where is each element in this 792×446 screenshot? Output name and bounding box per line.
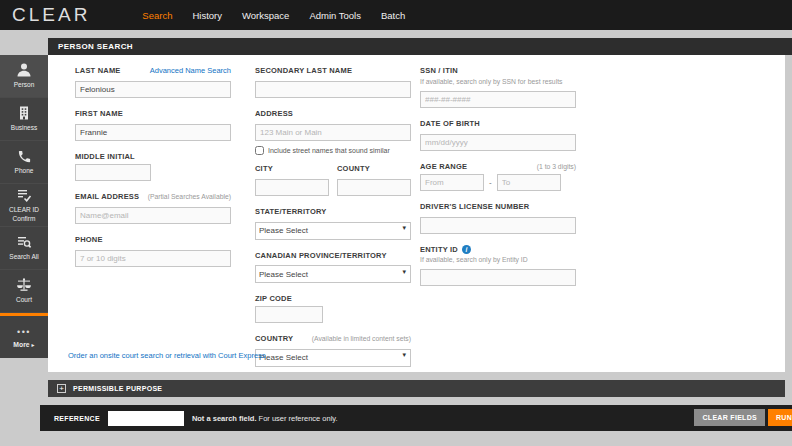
top-navigation-bar: CLEAR Search History Workspace Admin Too…: [0, 0, 792, 30]
zip-code-input[interactable]: [255, 306, 323, 323]
page-title-bar: PERSON SEARCH: [48, 38, 792, 55]
info-icon[interactable]: i: [462, 245, 471, 254]
address-label: ADDRESS: [255, 109, 293, 118]
middle-initial-field-group: MIDDLE INITIAL: [75, 152, 231, 181]
reference-input[interactable]: [108, 411, 184, 426]
drivers-license-field-group: DRIVER'S LICENSE NUMBER: [420, 202, 576, 234]
reference-note: Not a search field. For user reference o…: [192, 414, 338, 423]
state-label: STATE/TERRITORY: [255, 207, 326, 216]
clear-id-confirm-icon: [16, 187, 32, 203]
age-range-label: AGE RANGE: [420, 162, 467, 171]
email-field-group: EMAIL ADDRESS (Partial Searches Availabl…: [75, 192, 231, 224]
age-range-field-group: AGE RANGE (1 to 3 digits) -: [420, 162, 576, 191]
nav-batch[interactable]: Batch: [381, 10, 405, 21]
county-label: COUNTY: [337, 164, 370, 173]
drivers-license-input[interactable]: [420, 217, 576, 234]
sidebar-item-clear-id-confirm[interactable]: CLEAR ID Confirm: [0, 184, 48, 227]
ssn-input[interactable]: [420, 91, 576, 108]
chevron-right-icon: ▸: [32, 341, 35, 348]
permissible-purpose-section[interactable]: + PERMISSIBLE PURPOSE: [48, 380, 785, 397]
sidebar-item-person[interactable]: Person: [0, 55, 48, 98]
nav-workspace[interactable]: Workspace: [242, 10, 289, 21]
state-select[interactable]: Please Select: [255, 222, 411, 240]
reference-label: REFERENCE: [54, 415, 100, 422]
country-select[interactable]: Please Select: [255, 349, 411, 367]
county-field-group: COUNTY: [337, 164, 411, 196]
age-range-separator: -: [489, 178, 492, 187]
entity-id-input[interactable]: [420, 269, 576, 286]
last-name-input[interactable]: [75, 81, 231, 98]
entity-id-note: If available, search only by Entity ID: [420, 256, 576, 263]
ssn-label: SSN / ITIN: [420, 66, 458, 75]
nav-admin-tools[interactable]: Admin Tools: [309, 10, 361, 21]
permissible-purpose-label: PERMISSIBLE PURPOSE: [73, 385, 162, 392]
state-field-group: STATE/TERRITORY Please Select ▾: [255, 207, 411, 240]
drivers-license-label: DRIVER'S LICENSE NUMBER: [420, 202, 529, 211]
sidebar-item-court[interactable]: Court: [0, 270, 48, 313]
phone-field-group: PHONE: [75, 235, 231, 267]
city-input[interactable]: [255, 179, 329, 196]
city-field-group: CITY: [255, 164, 329, 196]
expand-icon[interactable]: +: [57, 384, 66, 393]
entity-id-field-group: ENTITY ID i If available, search only by…: [420, 245, 576, 286]
middle-initial-label: MIDDLE INITIAL: [75, 152, 135, 161]
nav-search[interactable]: Search: [142, 10, 172, 21]
sidebar-item-label: Phone: [15, 167, 34, 175]
date-of-birth-label: DATE OF BIRTH: [420, 119, 480, 128]
court-express-link[interactable]: Order an onsite court search or retrieva…: [68, 351, 266, 360]
sidebar-item-business[interactable]: Business: [0, 98, 48, 141]
last-name-field-group: LAST NAME Advanced Name Search: [75, 66, 231, 98]
date-of-birth-field-group: DATE OF BIRTH: [420, 119, 576, 151]
first-name-input[interactable]: [75, 124, 231, 141]
more-label: More: [13, 341, 29, 348]
secondary-last-name-label: SECONDARY LAST NAME: [255, 66, 352, 75]
age-to-input[interactable]: [497, 174, 561, 191]
email-input[interactable]: [75, 207, 231, 224]
main-nav: Search History Workspace Admin Tools Bat…: [142, 10, 405, 21]
sidebar-item-more[interactable]: ••• More ▸: [0, 316, 48, 358]
similar-street-names-label: Include street names that sound similar: [268, 147, 390, 154]
similar-street-names-checkbox-row: Include street names that sound similar: [255, 146, 411, 155]
first-name-field-group: FIRST NAME: [75, 109, 231, 141]
country-field-group: COUNTRY (Available in limited content se…: [255, 334, 411, 367]
phone-label: PHONE: [75, 235, 103, 244]
city-county-row: CITY COUNTY: [255, 164, 411, 196]
reference-note-bold: Not a search field.: [192, 414, 257, 423]
search-type-sidebar: Person Business Phone CLEAR ID Confirm S…: [0, 55, 48, 358]
sidebar-item-phone[interactable]: Phone: [0, 141, 48, 184]
zip-code-field-group: ZIP CODE: [255, 294, 411, 323]
phone-input[interactable]: [75, 250, 231, 267]
sidebar-item-label: Court: [16, 296, 32, 304]
date-of-birth-input[interactable]: [420, 134, 576, 151]
address-input[interactable]: [255, 124, 411, 141]
age-from-input[interactable]: [420, 174, 484, 191]
nav-history[interactable]: History: [192, 10, 222, 21]
reference-note-rest: For user reference only.: [259, 414, 338, 423]
city-label: CITY: [255, 164, 273, 173]
entity-id-label: ENTITY ID: [420, 245, 458, 254]
advanced-name-search-link[interactable]: Advanced Name Search: [150, 66, 231, 75]
canadian-province-select[interactable]: Please Select: [255, 265, 411, 283]
country-note: (Available in limited content sets): [312, 335, 411, 342]
ssn-note: If available, search only by SSN for bes…: [420, 78, 576, 85]
middle-initial-input[interactable]: [75, 164, 151, 181]
run-search-button[interactable]: RUN SEARCH: [768, 409, 792, 426]
zip-code-label: ZIP CODE: [255, 294, 292, 303]
person-icon: [16, 62, 32, 78]
canadian-province-label: CANADIAN PROVINCE/TERRITORY: [255, 251, 387, 260]
name-fields-column: LAST NAME Advanced Name Search FIRST NAM…: [75, 66, 231, 278]
address-fields-column: SECONDARY LAST NAME ADDRESS Include stre…: [255, 66, 411, 378]
age-range-note: (1 to 3 digits): [537, 163, 576, 170]
country-label: COUNTRY: [255, 334, 293, 343]
secondary-last-name-input[interactable]: [255, 81, 411, 98]
sidebar-item-label: Person: [14, 81, 35, 89]
person-search-form-panel: LAST NAME Advanced Name Search FIRST NAM…: [48, 55, 785, 372]
county-input[interactable]: [337, 179, 411, 196]
similar-street-names-checkbox[interactable]: [255, 146, 264, 155]
court-icon: [16, 277, 32, 293]
last-name-label: LAST NAME: [75, 66, 121, 75]
phone-icon: [17, 149, 32, 164]
clear-fields-button[interactable]: CLEAR FIELDS: [694, 409, 765, 426]
page-title: PERSON SEARCH: [58, 42, 133, 51]
sidebar-item-search-all[interactable]: Search All: [0, 227, 48, 270]
